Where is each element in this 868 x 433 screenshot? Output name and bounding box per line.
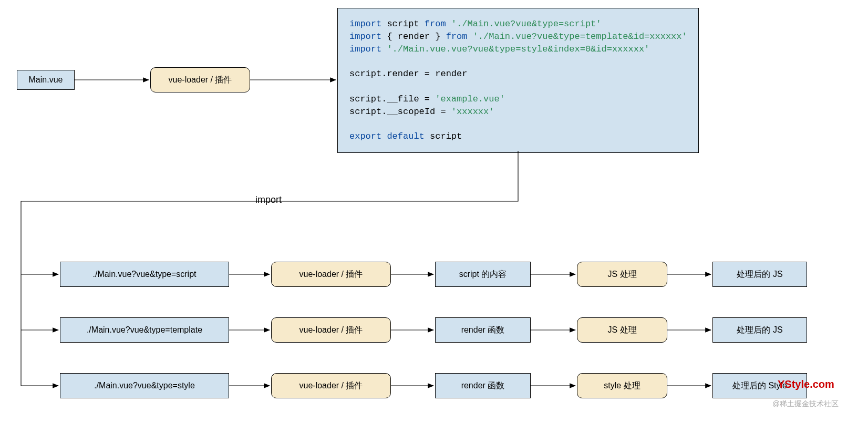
row2-loader-label: vue-loader / 插件 <box>299 325 363 336</box>
row3-processor: style 处理 <box>577 373 667 398</box>
main-vue-label: Main.vue <box>29 75 63 85</box>
code-line-7: script.__file = 'example.vue' <box>349 93 687 106</box>
code-box: import script from './Main.vue?vue&type=… <box>337 8 699 153</box>
watermark-grey: @稀土掘金技术社区 <box>772 399 839 409</box>
import-label: import <box>252 194 285 205</box>
row3-loader: vue-loader / 插件 <box>271 373 391 398</box>
main-vue-box: Main.vue <box>17 70 75 90</box>
row2-src: ./Main.vue?vue&type=template <box>60 317 229 343</box>
row2-src-label: ./Main.vue?vue&type=template <box>87 325 202 335</box>
row3-loader-label: vue-loader / 插件 <box>299 380 363 391</box>
row1-loader-label: vue-loader / 插件 <box>299 269 363 280</box>
row2-loader: vue-loader / 插件 <box>271 317 391 343</box>
row3-processor-label: style 处理 <box>604 380 640 391</box>
code-line-10: export default script <box>349 130 687 143</box>
code-line-8: script.__scopeId = 'xxxxxx' <box>349 106 687 118</box>
code-line-2: import { render } from './Main.vue?vue&t… <box>349 30 687 43</box>
row1-src-label: ./Main.vue?vue&type=script <box>93 270 197 279</box>
row3-content-label: render 函数 <box>461 380 505 391</box>
watermark-red: YStyle.com <box>778 378 834 390</box>
row3-src-label: ./Main.vue?vue&type=style <box>94 381 195 390</box>
row2-output: 处理后的 JS <box>712 317 807 343</box>
code-line-3: import './Main.vue.vue?vue&type=style&in… <box>349 43 687 56</box>
row1-processor: JS 处理 <box>577 262 667 287</box>
row2-content-label: render 函数 <box>461 325 505 336</box>
row3-content: render 函数 <box>435 373 531 398</box>
row2-content: render 函数 <box>435 317 531 343</box>
code-line-1: import script from './Main.vue?vue&type=… <box>349 18 687 30</box>
vue-loader-top: vue-loader / 插件 <box>150 67 250 92</box>
row2-processor-label: JS 处理 <box>607 325 636 336</box>
row3-src: ./Main.vue?vue&type=style <box>60 373 229 398</box>
row2-processor: JS 处理 <box>577 317 667 343</box>
row1-loader: vue-loader / 插件 <box>271 262 391 287</box>
row1-src: ./Main.vue?vue&type=script <box>60 262 229 287</box>
row1-processor-label: JS 处理 <box>607 269 636 280</box>
row1-output: 处理后的 JS <box>712 262 807 287</box>
row1-content-label: script 的内容 <box>459 269 507 280</box>
code-line-5: script.render = render <box>349 68 687 80</box>
vue-loader-top-label: vue-loader / 插件 <box>169 75 232 86</box>
row1-output-label: 处理后的 JS <box>737 269 782 280</box>
row2-output-label: 处理后的 JS <box>737 325 782 336</box>
row1-content: script 的内容 <box>435 262 531 287</box>
